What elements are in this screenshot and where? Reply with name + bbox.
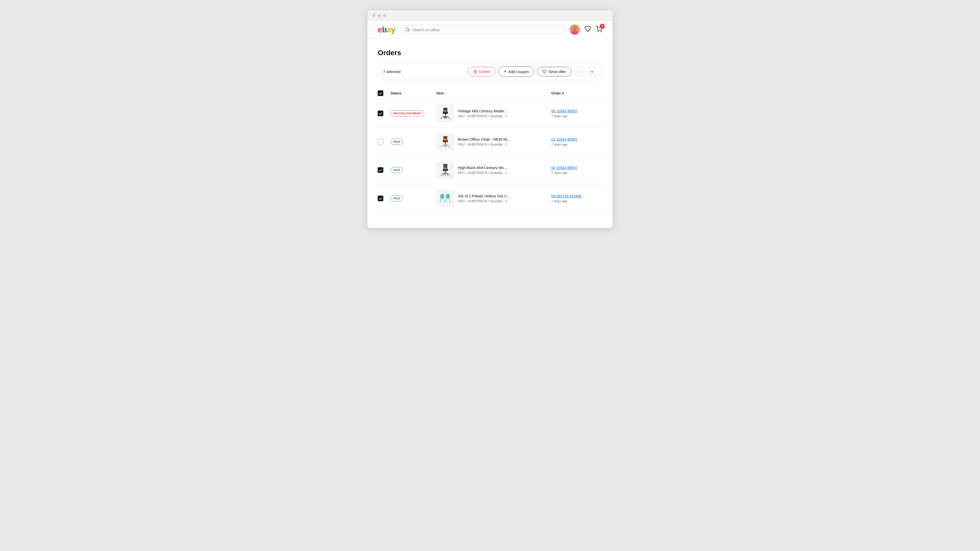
status-badge: PAID xyxy=(390,195,403,201)
svg-point-5 xyxy=(574,28,574,29)
row3-checkbox[interactable] xyxy=(378,167,390,173)
row4-order-time: 7 days ago xyxy=(551,199,602,203)
svg-line-39 xyxy=(444,199,444,202)
table-row: PAID xyxy=(378,156,602,184)
logo-y: y xyxy=(391,25,395,34)
row2-order-number[interactable]: 01-10542-89507 xyxy=(551,137,602,142)
svg-line-32 xyxy=(441,174,442,176)
orders-table: Status ↑ Item ↕ Order # ↕ WAITING P xyxy=(378,87,602,213)
svg-line-1 xyxy=(408,30,409,31)
row3-item-info: High-Back Mid-Century Mo... SKU : A43BTR… xyxy=(458,166,507,175)
svg-line-24 xyxy=(441,145,442,147)
row3-item-cell: High-Back Mid-Century Mo... SKU : A43BTR… xyxy=(436,161,551,179)
row4-checkbox-indicator xyxy=(378,196,383,201)
row1-order-time: 7 days ago xyxy=(551,114,602,118)
browser-dot-green xyxy=(383,14,386,17)
send-offer-button[interactable]: Send offer xyxy=(537,67,571,76)
heart-icon xyxy=(584,25,591,32)
add-coupon-button[interactable]: + Add coupon xyxy=(498,66,534,77)
row4-item-meta: SKU : A43BTR5678 • Quantity : 1 xyxy=(458,199,510,203)
row1-order-number[interactable]: 00-10542-89507 xyxy=(551,109,602,113)
row3-order-cell: 02-10542-89507 7 days ago xyxy=(551,166,602,175)
svg-rect-21 xyxy=(443,140,448,142)
table-header: Status ↑ Item ↕ Order # ↕ xyxy=(378,87,602,99)
send-offer-label: Send offer xyxy=(549,70,566,74)
svg-line-41 xyxy=(446,199,446,202)
status-column-header[interactable]: Status ↑ xyxy=(390,91,436,95)
plus-icon: + xyxy=(504,69,507,74)
row4-item-cell: Set of 2 Plastic Hollow Out C... SKU : A… xyxy=(436,190,551,207)
search-icon xyxy=(405,27,410,32)
row1-checkbox[interactable] xyxy=(378,111,390,116)
site-header: ebay xyxy=(368,21,612,38)
svg-line-38 xyxy=(440,199,441,202)
close-button[interactable] xyxy=(587,67,597,76)
row3-checkbox-indicator xyxy=(378,167,383,173)
search-input[interactable] xyxy=(412,27,560,32)
svg-line-33 xyxy=(449,174,450,176)
row2-item-cell: Brown Office Chair - NEW IN... SKU : A43… xyxy=(436,133,551,151)
row4-order-number[interactable]: 04-091734-012846 xyxy=(551,194,602,198)
svg-rect-20 xyxy=(443,136,447,139)
row2-item-info: Brown Office Chair - NEW IN... SKU : A43… xyxy=(458,137,511,146)
ebay-logo[interactable]: ebay xyxy=(378,25,395,34)
delete-icon xyxy=(473,70,477,74)
row4-status: PAID xyxy=(390,195,436,201)
wishlist-button[interactable] xyxy=(584,25,591,34)
row1-item-name: Vintage Mid Century Moder... xyxy=(458,109,508,113)
row3-order-time: 7 days ago xyxy=(551,171,602,175)
teal-chairs-icon xyxy=(438,191,453,206)
row3-item-image xyxy=(436,161,454,179)
row3-order-number[interactable]: 02-10542-89507 xyxy=(551,166,602,170)
row3-item-meta: SKU : A43BTR5678 • Quantity : 1 xyxy=(458,171,507,175)
black-chair-icon xyxy=(438,106,453,121)
row2-order-cell: 01-10542-89507 7 days ago xyxy=(551,137,602,146)
row1-item-info: Vintage Mid Century Moder... SKU : A43BT… xyxy=(458,109,508,118)
brown-chair-icon xyxy=(438,134,453,150)
selected-count: 7 selected xyxy=(383,70,465,74)
row2-item-image xyxy=(436,133,454,151)
select-all-checkbox[interactable] xyxy=(378,91,390,96)
row1-checkbox-indicator xyxy=(378,111,383,116)
cart-wrapper[interactable]: 9 xyxy=(596,26,602,33)
delete-button[interactable]: Delete xyxy=(468,67,495,76)
status-badge: PAID xyxy=(390,139,403,145)
ellipsis-icon: ⋯ xyxy=(577,69,582,75)
svg-point-6 xyxy=(575,28,576,29)
svg-rect-13 xyxy=(443,111,448,114)
green-chair-icon xyxy=(438,162,453,178)
svg-point-7 xyxy=(598,32,598,32)
row3-item-name: High-Back Mid-Century Mo... xyxy=(458,166,507,170)
more-options-button[interactable]: ⋯ xyxy=(574,67,584,76)
browser-window: ebay xyxy=(368,10,612,228)
main-content: Orders 7 selected Delete + Add coupon xyxy=(368,38,612,228)
browser-dot-red xyxy=(372,14,375,17)
row2-status: PAID xyxy=(390,139,436,145)
svg-line-42 xyxy=(449,199,450,202)
svg-line-25 xyxy=(449,145,450,147)
row2-checkbox[interactable] xyxy=(378,139,390,145)
item-sort-icon: ↕ xyxy=(445,91,447,95)
action-bar: 7 selected Delete + Add coupon xyxy=(378,63,602,80)
checkbox-all-indicator xyxy=(378,91,383,96)
svg-rect-28 xyxy=(443,164,447,168)
browser-chrome xyxy=(368,10,612,21)
svg-line-34 xyxy=(443,174,444,176)
status-badge: PAID xyxy=(390,167,403,173)
row1-order-cell: 00-10542-89507 7 days ago xyxy=(551,109,602,118)
row4-item-name: Set of 2 Plastic Hollow Out C... xyxy=(458,194,510,198)
row2-checkbox-indicator xyxy=(378,139,383,145)
table-row: PAID xyxy=(378,184,602,213)
svg-line-35 xyxy=(447,174,448,176)
item-column-header[interactable]: Item ↕ xyxy=(436,91,551,95)
row2-item-name: Brown Office Chair - NEW IN... xyxy=(458,137,511,142)
page-title: Orders xyxy=(378,49,602,57)
status-sort-icon: ↑ xyxy=(403,91,404,95)
item-col-label: Item xyxy=(436,91,444,95)
search-bar[interactable] xyxy=(401,25,565,34)
order-num-column-header[interactable]: Order # ↕ xyxy=(551,91,602,95)
avatar[interactable] xyxy=(570,24,580,35)
row4-checkbox[interactable] xyxy=(378,196,390,201)
table-row: WAITING PAYMENT xyxy=(378,99,602,127)
row1-item-image xyxy=(436,104,454,122)
